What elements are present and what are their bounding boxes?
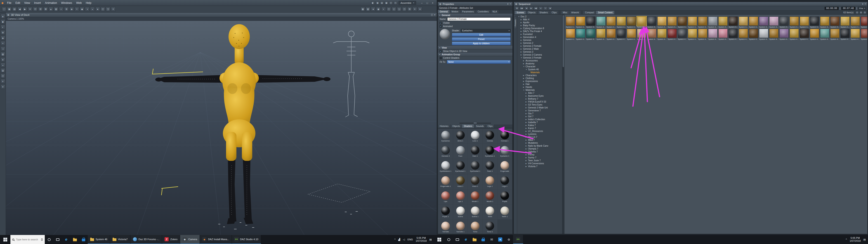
expand-icon[interactable]: ▶ [526,133,527,135]
paste-icon[interactable]: ⊞ [38,7,43,11]
pane-rows-icon[interactable]: ▤ [380,1,384,5]
node-selection-tool-icon[interactable]: ▲ [49,7,53,11]
list-options-icon[interactable]: ≡ [863,11,866,14]
preset-thumbnail[interactable]: System 4... [586,29,596,40]
close-button[interactable]: × [430,1,435,5]
universal-tool-icon[interactable]: + [74,7,79,11]
geometry-editor-icon[interactable]: ▧ [54,7,58,11]
translate-tool-icon[interactable]: ⊕ [1,30,5,35]
material-item[interactable]: Lips [438,189,453,204]
expand-icon[interactable]: ▶ [526,98,527,100]
expand-icon[interactable]: ▶ [523,74,525,77]
expand-icon[interactable]: ▶ [526,139,527,141]
spot-render-icon[interactable]: ◒ [90,7,95,11]
spot-render-tool-icon[interactable]: ◒ [1,63,5,67]
material-item[interactable]: Face [453,144,467,159]
preset-thumbnail[interactable]: System 4... [759,17,769,28]
expand-icon[interactable]: ▶ [526,122,527,123]
menu-item[interactable]: File [5,1,13,4]
tree-item[interactable]: ▶ Accessories [517,59,562,62]
expand-icon[interactable]: ▶ [526,110,527,112]
store-icon[interactable] [79,235,88,244]
layout-selector[interactable]: Assemble ▾ [399,1,416,5]
preset-thumbnail[interactable]: System 4... [769,17,779,28]
browser-tab[interactable]: Histories [438,124,451,128]
cortana-icon[interactable] [45,235,53,244]
tree-item[interactable]: ▶ Nails by Blank Canv [517,144,562,147]
material-item[interactable]: Mouth 1 [483,189,497,204]
more-tool-icon[interactable]: ▾ [1,85,5,89]
preset-thumbnail[interactable]: System 4... [850,17,860,28]
edge-icon[interactable]: e [462,235,470,244]
preset-thumbnail[interactable]: System 4... [616,17,626,28]
menu-item[interactable]: Web [74,1,84,4]
timecode-total[interactable]: 00:07:48 [841,7,855,10]
keyframe-icon[interactable]: ◆ [548,6,552,10]
expand-icon[interactable]: ▶ [526,124,527,126]
expand-icon[interactable]: ▶ [526,104,527,106]
cortana-icon[interactable] [444,235,453,244]
expand-icon[interactable]: ▼ [523,66,525,67]
material-item[interactable]: Irises 1 [468,174,483,189]
mail-icon[interactable]: ✉ [487,235,496,244]
expand-icon[interactable]: ▶ [521,39,522,41]
clock[interactable]: 5:05 PM 1/07/2018 [850,237,861,242]
preset-thumbnail[interactable]: System 4... [657,29,667,40]
preset-thumbnail[interactable]: System 4... [637,17,647,28]
timecode-current[interactable]: 00:00:00 [825,7,839,10]
scale-tool-icon[interactable]: ◈ [1,36,5,40]
expand-icon[interactable]: ▶ [521,48,522,50]
preset-thumbnail[interactable]: System 4... [789,29,799,40]
select-tool-icon[interactable]: ▲ [1,14,5,19]
preset-thumbnail[interactable]: System 4... [800,17,809,28]
filter-icon[interactable]: ▾ [860,11,863,14]
expand-icon[interactable]: ▶ [526,101,527,103]
expand-icon[interactable]: ▶ [521,51,522,53]
step-forward-icon[interactable]: ▶▮ [534,6,538,10]
properties-tab[interactable]: NLA [491,10,499,13]
preset-thumbnail[interactable]: System 4... [850,29,860,40]
tree-item[interactable]: ▼ Character [517,65,562,68]
aux-viewport-icon[interactable]: ◰ [101,7,105,11]
expand-icon[interactable]: ▶ [523,78,525,79]
viewport-canvas[interactable] [6,21,437,235]
material-item[interactable]: Torso [468,220,483,234]
tree-item[interactable]: ▶ Girl 7 [517,115,562,118]
expand-icon[interactable]: ▶ [521,19,522,21]
tree-item[interactable]: ▶ Characters [517,74,562,77]
preset-thumbnail[interactable]: System 4... [647,29,657,40]
expand-icon[interactable]: ▶ [526,157,527,159]
panel-menu-icon[interactable]: ▾ [507,3,508,5]
surface-tool-icon[interactable]: ◑ [1,47,5,51]
expand-icon[interactable]: ▶ [526,148,527,150]
browser-tab[interactable]: Sounds [474,124,486,128]
shader-thumbnail[interactable] [440,29,450,39]
tree-item[interactable]: ▶ Mika 7 [517,139,562,142]
section-general[interactable]: ▼ General [438,13,513,17]
material-item[interactable]: Mouth 1 [468,189,483,204]
pane-menu-icon[interactable]: ◰ [431,13,433,16]
record-icon[interactable]: ● [539,6,543,10]
daz-studio-app-button[interactable]: DS [513,235,523,244]
menu-item[interactable]: Help [84,1,93,4]
tree-item[interactable]: ▶ Apollo [517,21,562,24]
panel-menu-icon[interactable]: ▾ [862,3,863,5]
expand-icon[interactable]: ▶ [521,33,522,35]
pane-layout-4-icon[interactable]: ◳ [402,7,407,11]
tree-item[interactable]: ▶ Ophelia 7 [517,150,562,153]
expand-icon[interactable]: ▶ [523,60,525,62]
tree-item[interactable]: ▶ Teen Josie 7 [517,159,562,162]
tree-item[interactable]: ▶ Funneled [517,33,562,36]
search-input[interactable] [16,238,40,241]
taskbar-app-button[interactable]: Victoria7 [110,235,130,244]
expand-icon[interactable]: ▶ [523,83,525,85]
material-item[interactable]: Irises 1 [453,174,467,189]
material-item[interactable]: Sclera [453,205,467,219]
preset-thumbnail[interactable]: System 4... [667,17,677,28]
expand-icon[interactable]: ▶ [521,30,522,32]
render-icon[interactable]: ● [95,7,100,11]
tracks-icon[interactable]: ▤ [515,6,519,10]
close-icon[interactable]: × [865,3,866,5]
preset-thumbnail[interactable]: System 4... [688,29,698,40]
timecode-stepper[interactable]: ▲▼ [839,7,841,10]
